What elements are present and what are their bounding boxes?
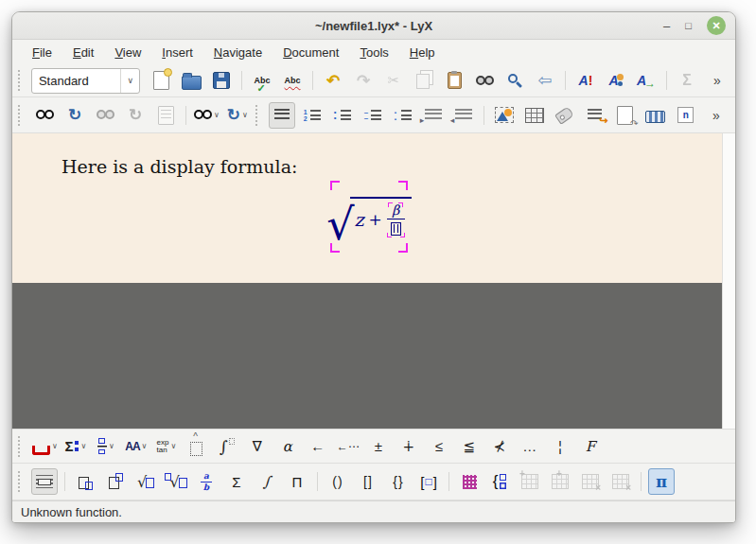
fraction-denominator[interactable] [387, 219, 405, 237]
math-cases-button[interactable] [486, 468, 513, 495]
document-canvas[interactable]: Here is a display formula: √ z + [12, 133, 722, 429]
navigate-back-button[interactable]: ⇦ [532, 67, 558, 94]
menu-tools[interactable]: Tools [349, 43, 398, 62]
paste-button[interactable] [441, 67, 467, 94]
math-integral-button[interactable]: ∫ [254, 468, 280, 495]
math-dots-panel-button[interactable]: … [517, 433, 543, 460]
view-master-button[interactable] [92, 102, 118, 129]
math-functions-dropdown[interactable]: exp tan∨ [153, 433, 180, 460]
minimize-button[interactable]: – [663, 20, 670, 32]
update-document-button[interactable]: ↻ [62, 102, 88, 129]
noun-style-button[interactable] [603, 67, 629, 94]
math-subscript-button[interactable] [72, 468, 98, 495]
math-brackets-button[interactable]: [] [355, 468, 381, 495]
math-frakturs-panel-button[interactable]: F [577, 433, 604, 460]
math-root-button[interactable]: √ [163, 468, 189, 495]
insert-table-button[interactable] [521, 102, 548, 129]
menu-document[interactable]: Document [273, 43, 349, 62]
empty-placeholder-box[interactable] [391, 222, 401, 236]
update-other-formats-dropdown[interactable]: ↻∨ [224, 102, 251, 129]
track-changes-button[interactable]: Abc [279, 67, 306, 94]
menu-navigate[interactable]: Navigate [203, 43, 273, 62]
math-frame-button[interactable]: ¦ [547, 433, 573, 460]
math-big-operators-dropdown[interactable]: Σ∨ [62, 433, 89, 460]
document-page[interactable]: Here is a display formula: √ z + [12, 133, 722, 283]
save-document-button[interactable] [208, 67, 235, 94]
math-fraction-button[interactable] [193, 468, 220, 495]
math-braces-button[interactable]: {} [385, 468, 412, 495]
labeled-list-button[interactable] [390, 102, 416, 129]
toolbar-grip[interactable] [255, 105, 262, 126]
insert-crossref-button[interactable] [582, 102, 608, 129]
view-other-formats-dropdown[interactable]: ∨ [193, 102, 220, 129]
emphasis-button[interactable] [572, 67, 599, 94]
open-document-button[interactable] [178, 67, 204, 94]
description-list-button[interactable] [360, 102, 386, 129]
insert-note-button[interactable]: n [673, 102, 699, 129]
math-accent-button[interactable] [184, 433, 210, 460]
math-ams-operators-button[interactable]: ∔ [396, 433, 422, 460]
redo-button[interactable]: ↷ [350, 67, 377, 94]
math-relations-panel-button[interactable]: ≤ [426, 433, 452, 460]
insert-matrix-button[interactable] [456, 468, 483, 495]
math-plusminus-panel-button[interactable]: ± [365, 433, 392, 460]
menu-insert[interactable]: Insert [151, 43, 203, 62]
math-font-styles-dropdown[interactable]: AA∨ [123, 433, 149, 460]
delete-column-button[interactable] [607, 468, 634, 495]
toolbar-grip[interactable] [18, 105, 25, 126]
paragraph-text[interactable]: Here is a display formula: [62, 156, 297, 177]
math-superscript-button[interactable] [102, 468, 129, 495]
math-panel-toggle[interactable]: π [648, 468, 675, 495]
math-negative-relations-button[interactable]: ⊀ [486, 433, 513, 460]
math-inset[interactable]: √ z + β [330, 181, 408, 253]
insert-label-button[interactable] [552, 102, 578, 129]
math-arrows-panel-button[interactable]: ← [305, 433, 331, 460]
numbered-list-button[interactable] [299, 102, 325, 129]
add-column-button[interactable] [547, 468, 573, 495]
menu-edit[interactable]: Edit [62, 43, 104, 62]
math-product-button[interactable]: Π [284, 468, 310, 495]
maximize-button[interactable]: □ [685, 21, 692, 31]
math-long-arrows-panel-button[interactable]: ←⋯ [335, 433, 361, 460]
view-source-button[interactable] [152, 102, 179, 129]
add-row-button[interactable] [517, 468, 543, 495]
menu-view[interactable]: View [104, 43, 151, 62]
apply-last-style-button[interactable] [633, 67, 659, 94]
math-decorations-dropdown[interactable]: ∨ [31, 433, 59, 460]
vertical-scrollbar[interactable] [722, 133, 735, 429]
math-ams-relations-button[interactable]: ≦ [456, 433, 483, 460]
undo-button[interactable]: ↶ [320, 67, 346, 94]
update-master-button[interactable]: ↻ [122, 102, 149, 129]
bullet-list-button[interactable] [329, 102, 356, 129]
insert-footnote-button[interactable] [612, 102, 639, 129]
toolbar-grip[interactable] [18, 70, 25, 91]
math-parentheses-button[interactable]: () [325, 468, 351, 495]
math-mode-button[interactable]: Σ [674, 67, 700, 94]
new-document-button[interactable] [148, 67, 174, 94]
find-replace-button[interactable] [471, 67, 498, 94]
close-button[interactable]: ✕ [707, 16, 726, 35]
cut-button[interactable]: ✂ [380, 67, 407, 94]
math-sum-button[interactable]: Σ [223, 468, 250, 495]
paragraph-settings-button[interactable] [269, 102, 295, 129]
view-document-button[interactable] [31, 102, 58, 129]
copy-button[interactable] [411, 67, 437, 94]
toolbar-overflow-button[interactable]: » [704, 67, 730, 94]
math-integral-limits-button[interactable]: ∫ [214, 433, 240, 460]
decrease-depth-button[interactable] [450, 102, 477, 129]
toolbar-grip[interactable] [18, 436, 25, 457]
menu-file[interactable]: File [22, 43, 62, 62]
math-greek-panel-button[interactable]: α [274, 433, 301, 460]
math-delimiters-button[interactable]: □ [415, 468, 442, 495]
increase-depth-button[interactable] [420, 102, 447, 129]
math-sqrt-button[interactable]: √ [132, 468, 159, 495]
math-operators-panel-button[interactable]: ∇ [244, 433, 271, 460]
math-fractions-dropdown[interactable]: ∨ [93, 433, 119, 460]
insert-box-button[interactable] [642, 102, 669, 129]
delete-row-button[interactable] [577, 468, 604, 495]
spellcheck-button[interactable]: Abc [249, 67, 275, 94]
toolbar-grip[interactable] [18, 471, 25, 492]
titlebar[interactable]: ~/newfile1.lyx* - LyX – □ ✕ [12, 12, 735, 40]
find-advanced-button[interactable] [501, 67, 528, 94]
insert-graphics-button[interactable] [491, 102, 518, 129]
